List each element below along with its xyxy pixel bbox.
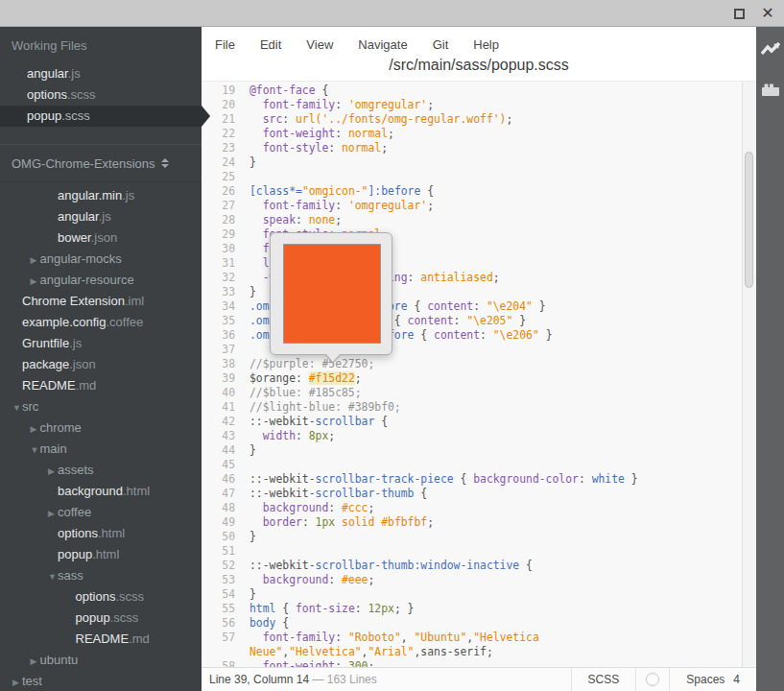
chevron-closed-icon: ▶ bbox=[48, 503, 58, 524]
line-number: 55 bbox=[202, 602, 235, 616]
line-number: 57 bbox=[202, 631, 235, 645]
working-file-options.scss[interactable]: options.scss bbox=[0, 84, 202, 106]
tree-item-test[interactable]: ▶test bbox=[0, 671, 202, 691]
tree-item-popup.html[interactable]: popup.html bbox=[0, 544, 202, 565]
tree-item-options.html[interactable]: options.html bbox=[0, 523, 202, 544]
close-button[interactable]: ✕ bbox=[758, 4, 777, 23]
chevron-closed-icon: ▶ bbox=[31, 250, 40, 271]
line-number: 19 bbox=[202, 83, 235, 98]
menu-edit[interactable]: Edit bbox=[248, 37, 294, 52]
line-number: 35 bbox=[202, 314, 235, 328]
line-number: 29 bbox=[202, 227, 235, 242]
window-titlebar: ✕ bbox=[0, 0, 784, 27]
code-line-19: 19@font-face { bbox=[202, 83, 756, 98]
brick-icon bbox=[762, 83, 779, 96]
code-line-20: 20 font-family: 'omgregular'; bbox=[202, 98, 756, 112]
line-number: 40 bbox=[202, 386, 235, 400]
line-number: 22 bbox=[202, 127, 235, 141]
tree-item-README.md[interactable]: README.md bbox=[0, 629, 202, 650]
code-line-23: 23 font-style: normal; bbox=[202, 141, 756, 155]
menu-navigate[interactable]: Navigate bbox=[345, 37, 419, 52]
tree-item-assets[interactable]: ▶assets bbox=[0, 460, 202, 481]
tree-item-package.json[interactable]: package.json bbox=[0, 354, 202, 375]
line-number: 44 bbox=[202, 443, 235, 458]
code-line-48: 48 background: #ccc; bbox=[202, 501, 756, 515]
tree-item-sass[interactable]: ▼sass bbox=[0, 565, 202, 586]
tree-item-popup.scss[interactable]: popup.scss bbox=[0, 608, 202, 629]
tree-item-example.config.coffee[interactable]: example.config.coffee bbox=[0, 312, 202, 333]
line-number: 32 bbox=[202, 271, 235, 285]
tree-item-src[interactable]: ▼src bbox=[0, 396, 202, 417]
code-line-24: 24} bbox=[202, 155, 756, 170]
chevron-open-icon: ▼ bbox=[48, 566, 58, 587]
project-name: OMG-Chrome-Extensions bbox=[12, 156, 155, 171]
line-number: 52 bbox=[202, 559, 235, 573]
line-number: 36 bbox=[202, 328, 235, 343]
code-line-41: 41//$light-blue: #389bf0; bbox=[202, 400, 756, 415]
editor-scrollbar[interactable] bbox=[742, 82, 756, 667]
line-number: 41 bbox=[202, 400, 235, 415]
tree-item-ubuntu[interactable]: ▶ubuntu bbox=[0, 650, 202, 671]
line-number: 53 bbox=[202, 573, 235, 587]
chevron-closed-icon: ▶ bbox=[48, 461, 58, 482]
tree-item-background.html[interactable]: background.html bbox=[0, 481, 202, 502]
code-line-22: 22 font-weight: normal; bbox=[202, 127, 756, 141]
line-number: 45 bbox=[202, 458, 235, 472]
language-indicator[interactable]: SCSS bbox=[572, 673, 636, 686]
line-number: 49 bbox=[202, 515, 235, 530]
chevron-closed-icon: ▶ bbox=[31, 651, 40, 672]
code-line-51: 51 bbox=[202, 544, 756, 559]
project-dropdown[interactable]: OMG-Chrome-Extensions bbox=[0, 144, 202, 182]
tree-item-Gruntfile.js[interactable]: Gruntfile.js bbox=[0, 333, 202, 354]
tree-item-chrome[interactable]: ▶chrome bbox=[0, 417, 202, 439]
tree-item-angular-mocks[interactable]: ▶angular-mocks bbox=[0, 249, 202, 270]
line-number: 38 bbox=[202, 357, 235, 371]
code-line-55: 55html { font-size: 12px; } bbox=[202, 602, 756, 616]
tree-item-README.md[interactable]: README.md bbox=[0, 375, 202, 396]
extension-manager-button[interactable] bbox=[756, 75, 784, 104]
line-number: 54 bbox=[202, 587, 235, 602]
line-number: 23 bbox=[202, 141, 235, 155]
code-line-47: 47::-webkit-scrollbar-thumb { bbox=[202, 487, 756, 501]
tree-item-Chrome-Extension.iml[interactable]: Chrome Extension.iml bbox=[0, 291, 202, 312]
scrollbar-thumb[interactable] bbox=[745, 152, 753, 288]
working-file-angular.js[interactable]: angular.js bbox=[0, 63, 202, 84]
line-number: 46 bbox=[202, 472, 235, 487]
sort-arrows-icon bbox=[161, 158, 169, 168]
working-files-list: angular.jsoptions.scsspopup.scss bbox=[0, 63, 202, 127]
menu-file[interactable]: File bbox=[202, 37, 248, 52]
maximize-button[interactable] bbox=[729, 4, 748, 23]
line-number: 31 bbox=[202, 256, 235, 271]
menu-help[interactable]: Help bbox=[461, 37, 511, 52]
indent-settings[interactable]: Spaces4 bbox=[670, 673, 756, 686]
live-preview-button[interactable] bbox=[756, 35, 784, 63]
code-line-26: 26[class*="omgicon-"]:before { bbox=[202, 184, 756, 199]
tree-item-angular.js[interactable]: angular.js bbox=[0, 206, 202, 227]
line-number: 34 bbox=[202, 299, 235, 314]
cursor-position: Line 39, Column 14 — 163 Lines bbox=[202, 673, 571, 686]
tree-item-bower.json[interactable]: bower.json bbox=[0, 227, 202, 249]
line-number: 50 bbox=[202, 530, 235, 544]
tree-item-options.scss[interactable]: options.scss bbox=[0, 586, 202, 608]
line-number: 24 bbox=[202, 155, 235, 170]
lint-status[interactable] bbox=[636, 673, 669, 686]
menu-view[interactable]: View bbox=[294, 37, 345, 52]
line-number: 42 bbox=[202, 415, 235, 429]
code-editor[interactable]: 19@font-face {20 font-family: 'omgregula… bbox=[202, 82, 756, 667]
selected-file-arrow-icon bbox=[202, 106, 210, 127]
code-line-58: 58 font-weight: 300; bbox=[202, 659, 756, 667]
line-number: 47 bbox=[202, 487, 235, 501]
file-tree: angular.min.jsangular.jsbower.json▶angul… bbox=[0, 185, 202, 691]
menu-git[interactable]: Git bbox=[420, 37, 462, 52]
status-bar: Line 39, Column 14 — 163 Lines SCSS Spac… bbox=[202, 667, 756, 691]
tree-item-angular-resource[interactable]: ▶angular-resource bbox=[0, 270, 202, 291]
code-line-38: 38//$purple: #5e2750; bbox=[202, 357, 756, 371]
code-line-52: 52::-webkit-scrollbar-thumb:window-inact… bbox=[202, 559, 756, 573]
line-number: 26 bbox=[202, 184, 235, 199]
tree-item-angular.min.js[interactable]: angular.min.js bbox=[0, 185, 202, 206]
line-number: 48 bbox=[202, 501, 235, 515]
tree-item-main[interactable]: ▼main bbox=[0, 439, 202, 460]
color-preview-popup bbox=[270, 232, 392, 355]
working-file-popup.scss[interactable]: popup.scss bbox=[0, 106, 202, 127]
tree-item-coffee[interactable]: ▶coffee bbox=[0, 502, 202, 523]
